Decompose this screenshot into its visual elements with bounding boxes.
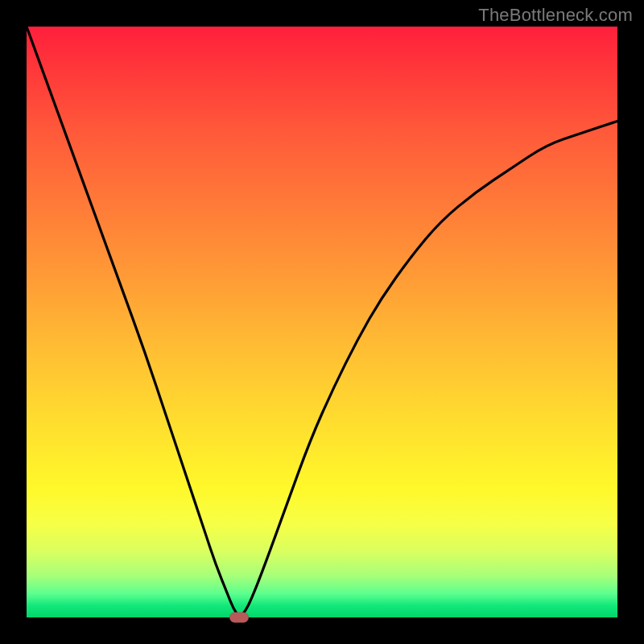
minimum-marker [229,613,249,623]
watermark-label: TheBottleneck.com [478,5,633,26]
bottleneck-curve [27,27,617,617]
chart-frame: TheBottleneck.com [0,0,644,644]
plot-area [27,27,617,617]
